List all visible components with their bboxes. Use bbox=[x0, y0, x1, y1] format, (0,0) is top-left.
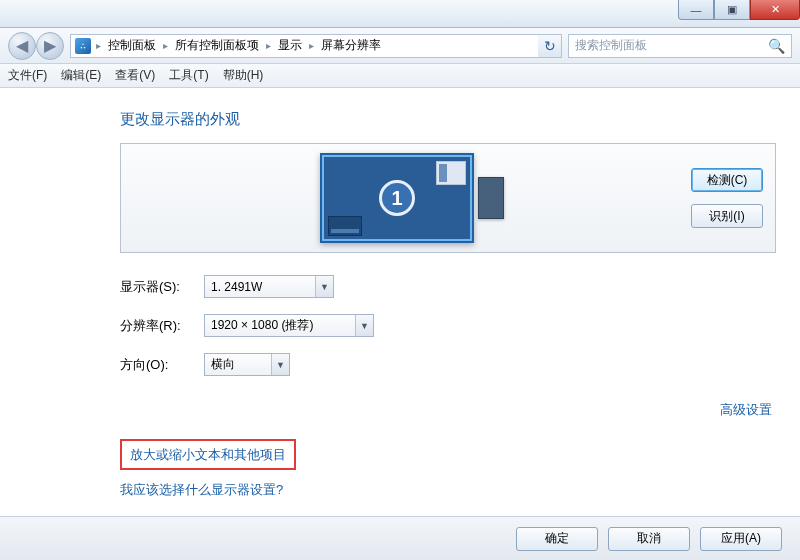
chevron-right-icon: ▸ bbox=[93, 40, 104, 51]
dialog-footer: 确定 取消 应用(A) bbox=[0, 516, 800, 560]
cancel-button[interactable]: 取消 bbox=[608, 527, 690, 551]
menu-edit[interactable]: 编辑(E) bbox=[61, 67, 101, 84]
scale-text-link[interactable]: 放大或缩小文本和其他项目 bbox=[130, 447, 286, 462]
nav-buttons: ◀ ▶ bbox=[8, 32, 64, 60]
field-display: 显示器(S): 1. 2491W ▼ bbox=[120, 275, 776, 298]
monitor-actions: 检测(C) 识别(I) bbox=[691, 168, 763, 228]
field-orientation: 方向(O): 横向 ▼ bbox=[120, 353, 776, 376]
identify-button[interactable]: 识别(I) bbox=[691, 204, 763, 228]
resolution-label: 分辨率(R): bbox=[120, 317, 204, 335]
monitor-thumb-icon bbox=[436, 161, 466, 185]
display-value: 1. 2491W bbox=[211, 280, 262, 294]
resolution-value: 1920 × 1080 (推荐) bbox=[211, 317, 313, 334]
control-panel-icon: ⛬ bbox=[75, 38, 91, 54]
search-icon: 🔍 bbox=[768, 38, 785, 54]
advanced-settings-row: 高级设置 bbox=[120, 400, 772, 419]
main-content: 更改显示器的外观 1 检测(C) 识别(I) 显示器(S): 1. 2491W … bbox=[0, 88, 800, 516]
chevron-down-icon: ▼ bbox=[315, 276, 333, 297]
chevron-right-icon: ▸ bbox=[160, 40, 171, 51]
detect-button[interactable]: 检测(C) bbox=[691, 168, 763, 192]
search-input[interactable]: 搜索控制面板 🔍 bbox=[568, 34, 792, 58]
monitor-preview[interactable]: 1 bbox=[133, 153, 691, 243]
menu-tools[interactable]: 工具(T) bbox=[169, 67, 208, 84]
breadcrumb-item[interactable]: 显示 bbox=[276, 37, 304, 54]
which-settings-link[interactable]: 我应该选择什么显示器设置? bbox=[120, 482, 283, 497]
advanced-settings-link[interactable]: 高级设置 bbox=[720, 402, 772, 417]
resolution-combo[interactable]: 1920 × 1080 (推荐) ▼ bbox=[204, 314, 374, 337]
breadcrumb-item[interactable]: 屏幕分辨率 bbox=[319, 37, 383, 54]
breadcrumb-item[interactable]: 控制面板 bbox=[106, 37, 158, 54]
chevron-right-icon: ▸ bbox=[263, 40, 274, 51]
chevron-down-icon: ▼ bbox=[271, 354, 289, 375]
breadcrumb-item[interactable]: 所有控制面板项 bbox=[173, 37, 261, 54]
ok-button[interactable]: 确定 bbox=[516, 527, 598, 551]
minimize-button[interactable]: — bbox=[678, 0, 714, 20]
window-titlebar: — ▣ ✕ bbox=[0, 0, 800, 28]
monitor-preview-box: 1 检测(C) 识别(I) bbox=[120, 143, 776, 253]
back-button[interactable]: ◀ bbox=[8, 32, 36, 60]
menu-file[interactable]: 文件(F) bbox=[8, 67, 47, 84]
breadcrumb-bar[interactable]: ⛬ ▸ 控制面板 ▸ 所有控制面板项 ▸ 显示 ▸ 屏幕分辨率 bbox=[70, 34, 539, 58]
forward-button[interactable]: ▶ bbox=[36, 32, 64, 60]
display-combo[interactable]: 1. 2491W ▼ bbox=[204, 275, 334, 298]
apply-button[interactable]: 应用(A) bbox=[700, 527, 782, 551]
maximize-button[interactable]: ▣ bbox=[714, 0, 750, 20]
window-controls: — ▣ ✕ bbox=[678, 0, 800, 20]
menu-bar: 文件(F) 编辑(E) 查看(V) 工具(T) 帮助(H) bbox=[0, 64, 800, 88]
page-heading: 更改显示器的外观 bbox=[120, 110, 776, 129]
menu-view[interactable]: 查看(V) bbox=[115, 67, 155, 84]
field-resolution: 分辨率(R): 1920 × 1080 (推荐) ▼ bbox=[120, 314, 776, 337]
explorer-nav-bar: ◀ ▶ ⛬ ▸ 控制面板 ▸ 所有控制面板项 ▸ 显示 ▸ 屏幕分辨率 ↻ 搜索… bbox=[0, 28, 800, 64]
chevron-right-icon: ▸ bbox=[306, 40, 317, 51]
monitor-taskbar-icon bbox=[328, 216, 362, 236]
monitor-1[interactable]: 1 bbox=[320, 153, 474, 243]
orientation-value: 横向 bbox=[211, 356, 235, 373]
menu-help[interactable]: 帮助(H) bbox=[223, 67, 264, 84]
monitor-2[interactable] bbox=[478, 177, 504, 219]
orientation-label: 方向(O): bbox=[120, 356, 204, 374]
highlight-box: 放大或缩小文本和其他项目 bbox=[120, 439, 296, 470]
search-placeholder: 搜索控制面板 bbox=[575, 37, 647, 54]
refresh-button[interactable]: ↻ bbox=[538, 34, 562, 58]
chevron-down-icon: ▼ bbox=[355, 315, 373, 336]
close-button[interactable]: ✕ bbox=[750, 0, 800, 20]
monitor-number-badge: 1 bbox=[379, 180, 415, 216]
orientation-combo[interactable]: 横向 ▼ bbox=[204, 353, 290, 376]
display-label: 显示器(S): bbox=[120, 278, 204, 296]
